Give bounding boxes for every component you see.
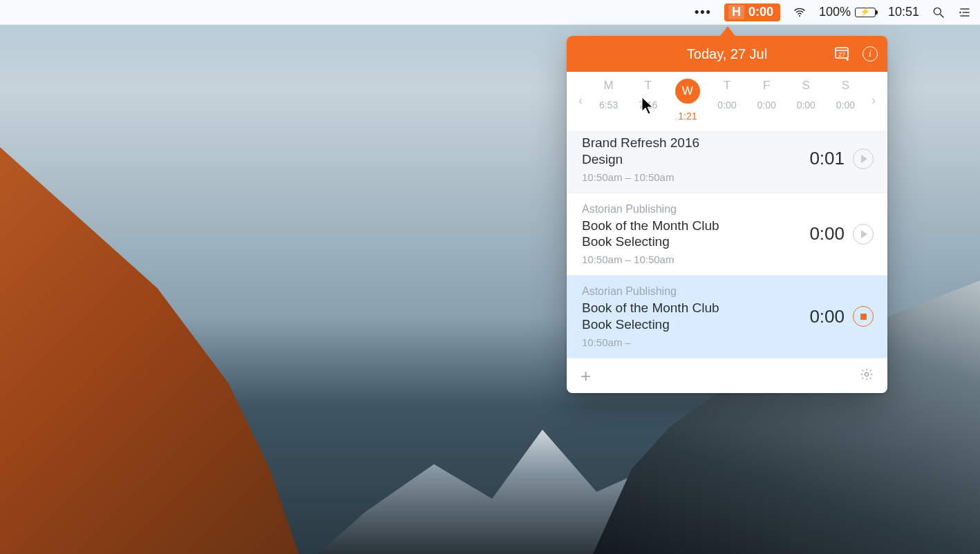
harvest-badge: H bbox=[728, 5, 744, 19]
time-entry-client: Astorian Publishing bbox=[582, 285, 801, 298]
svg-point-1 bbox=[934, 8, 941, 15]
battery-percent-label: 100% bbox=[819, 5, 851, 19]
wifi-icon[interactable] bbox=[793, 6, 807, 19]
week-day-time: 0:00 bbox=[750, 99, 783, 111]
week-prev-button[interactable]: ‹ bbox=[572, 93, 589, 108]
time-entry-text: Brand Refresh 2016Design10:50am – 10:50a… bbox=[582, 135, 801, 183]
time-entry-title: Brand Refresh 2016Design bbox=[582, 135, 801, 168]
week-day-label: T bbox=[632, 79, 665, 93]
week-day-time: 1:21 bbox=[671, 111, 704, 122]
time-entry-text: Astorian PublishingBook of the Month Clu… bbox=[582, 285, 801, 348]
svg-line-2 bbox=[941, 14, 944, 17]
time-entry[interactable]: Astorian PublishingBook of the Month Clu… bbox=[567, 193, 887, 276]
panel-pointer-arrow bbox=[720, 26, 735, 36]
week-day-1[interactable]: T7:16 bbox=[632, 79, 665, 122]
settings-button[interactable] bbox=[860, 367, 874, 384]
spotlight-search-icon[interactable] bbox=[932, 6, 945, 19]
panel-footer: + bbox=[567, 359, 887, 393]
week-day-label: F bbox=[750, 79, 783, 93]
panel-header: Today, 27 Jul 27 i bbox=[567, 36, 887, 72]
week-bar: ‹ M6:53T7:16W1:21T0:00F0:00S0:00S0:00 › bbox=[567, 72, 887, 132]
time-entry-title: Book of the Month ClubBook Selecting bbox=[582, 218, 801, 251]
week-day-label: T bbox=[710, 79, 744, 93]
play-icon bbox=[861, 230, 867, 238]
time-entry[interactable]: Astorian PublishingBook of the Month Clu… bbox=[567, 276, 887, 359]
week-day-2[interactable]: W1:21 bbox=[671, 79, 704, 122]
week-day-label: S bbox=[829, 79, 862, 93]
week-day-time: 6:53 bbox=[592, 99, 625, 111]
week-day-0[interactable]: M6:53 bbox=[592, 79, 625, 122]
battery-status[interactable]: 100% ⚡ bbox=[819, 5, 876, 19]
svg-text:27: 27 bbox=[838, 51, 845, 58]
play-icon bbox=[861, 155, 867, 163]
stop-icon bbox=[860, 314, 867, 320]
start-timer-button[interactable] bbox=[853, 224, 874, 245]
svg-point-0 bbox=[799, 15, 800, 16]
week-day-time: 0:00 bbox=[829, 99, 862, 111]
week-day-label: M bbox=[592, 79, 625, 93]
time-entry-range: 10:50am – 10:50am bbox=[582, 254, 801, 265]
week-day-time: 7:16 bbox=[632, 99, 665, 111]
battery-icon: ⚡ bbox=[855, 8, 876, 17]
week-next-button[interactable]: › bbox=[865, 93, 882, 108]
week-day-5[interactable]: S0:00 bbox=[789, 79, 822, 122]
time-entry-duration: 0:00 bbox=[809, 306, 845, 327]
harvest-timer-value: 0:00 bbox=[748, 5, 773, 19]
svg-point-10 bbox=[865, 372, 868, 376]
time-entry[interactable]: Brand Refresh 2016Design10:50am – 10:50a… bbox=[567, 132, 887, 193]
stop-timer-button[interactable] bbox=[853, 306, 874, 327]
jump-to-today-icon[interactable]: 27 bbox=[833, 44, 850, 64]
start-timer-button[interactable] bbox=[853, 149, 874, 169]
time-entry-text: Astorian PublishingBook of the Month Clu… bbox=[582, 203, 801, 266]
add-entry-button[interactable]: + bbox=[581, 367, 591, 385]
week-day-time: 0:00 bbox=[710, 99, 744, 111]
time-entry-client: Astorian Publishing bbox=[582, 203, 801, 216]
menubar-overflow-icon[interactable]: ••• bbox=[695, 5, 712, 19]
time-entry-duration: 0:00 bbox=[809, 223, 845, 245]
time-entry-range: 10:50am – 10:50am bbox=[582, 171, 801, 183]
svg-point-6 bbox=[959, 11, 961, 12]
panel-title: Today, 27 Jul bbox=[687, 46, 767, 62]
clock-label: 10:51 bbox=[888, 5, 919, 19]
week-day-4[interactable]: F0:00 bbox=[750, 79, 783, 122]
week-day-label: S bbox=[789, 79, 822, 93]
week-day-6[interactable]: S0:00 bbox=[829, 79, 862, 122]
menubar-clock[interactable]: 10:51 bbox=[888, 5, 919, 19]
week-day-time: 0:00 bbox=[789, 99, 822, 111]
time-entry-duration: 0:01 bbox=[809, 148, 845, 169]
time-entry-range: 10:50am – bbox=[582, 336, 801, 348]
week-day-label: W bbox=[675, 79, 700, 104]
time-entry-title: Book of the Month ClubBook Selecting bbox=[582, 300, 801, 333]
week-day-3[interactable]: T0:00 bbox=[710, 79, 744, 122]
info-icon[interactable]: i bbox=[863, 46, 878, 61]
harvest-menubar-item[interactable]: H 0:00 bbox=[724, 3, 780, 21]
week-days: M6:53T7:16W1:21T0:00F0:00S0:00S0:00 bbox=[589, 79, 865, 122]
harvest-panel: Today, 27 Jul 27 i ‹ M6:53T7:16W1:21T0:0… bbox=[567, 36, 887, 393]
time-entries-list: Brand Refresh 2016Design10:50am – 10:50a… bbox=[567, 132, 887, 359]
mountain-left bbox=[0, 126, 415, 554]
notification-center-icon[interactable] bbox=[958, 6, 972, 19]
macos-menubar: ••• H 0:00 100% ⚡ 10:51 bbox=[0, 0, 980, 25]
